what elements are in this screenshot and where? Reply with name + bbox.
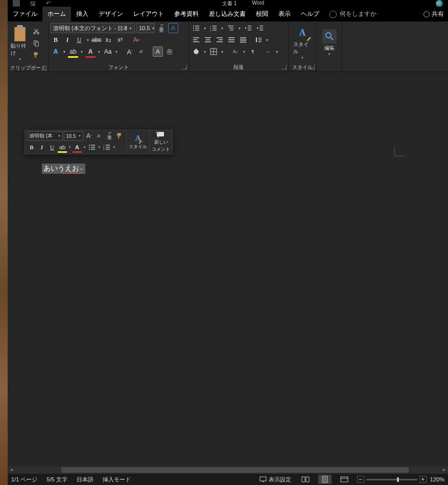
mini-underline[interactable]: U [48,143,57,152]
shading-dd[interactable]: ▼ [203,47,207,57]
mini-font-color-dd[interactable]: ▼ [83,146,86,149]
increase-indent-button[interactable] [255,23,265,33]
change-case-dd[interactable]: ▼ [114,47,119,57]
read-mode-button[interactable] [299,475,312,484]
zoom-value[interactable]: 120% [429,476,446,482]
mini-grow-font[interactable]: Aˆ [84,131,93,141]
highlight-button[interactable]: ab [68,47,78,57]
horizontal-scrollbar[interactable]: ◄ ► [8,466,448,474]
line-spacing-dd[interactable]: ▼ [265,35,269,45]
mini-bullets-dd[interactable]: ▼ [98,146,101,149]
qat-undo-icon[interactable]: ↶ [46,0,51,7]
text-effects-dd[interactable]: ▼ [62,47,66,57]
menu-home[interactable]: ホーム [42,7,71,21]
mini-highlight[interactable]: ab [58,143,67,152]
status-words[interactable]: 5/5 文字 [45,476,68,483]
underline-button[interactable]: U [74,35,84,45]
align-distribute-button[interactable] [238,35,248,45]
font-size-combo[interactable]: 10.5 ▼ [136,23,155,33]
clipboard-launcher[interactable] [41,65,46,71]
borders-dd[interactable]: ▼ [220,47,224,57]
menu-file[interactable]: ファイル [8,7,42,21]
align-right-button[interactable] [215,35,225,45]
char-width-dd[interactable]: ▼ [275,47,279,57]
numbering-button[interactable]: 123 [208,23,219,33]
text-effects-button[interactable]: A [51,47,61,57]
scroll-track[interactable] [15,467,440,473]
font-name-combo[interactable]: 游明朝 (本文のフォント - 日本語 ▼ [51,23,135,33]
qat-save-icon[interactable]: 🖫 [30,1,36,7]
shading-button[interactable] [191,47,201,57]
font-launcher[interactable] [182,64,187,70]
document-area[interactable]: 游明朝 (本▼ 10.5▼ Aˆ Aˇ ア 亜 B [8,72,448,466]
tell-me-box[interactable]: 何をしますか [324,7,382,21]
mini-ruby[interactable]: ア 亜 [105,131,114,141]
strike-button[interactable]: abc [91,35,102,45]
mini-bullets[interactable] [87,143,97,152]
borders-button[interactable] [208,47,219,57]
mini-numbering-dd[interactable]: ▼ [112,146,116,149]
selected-text[interactable]: あいうえお ↵ [42,164,85,174]
scroll-left-arrow[interactable]: ◄ [8,466,15,474]
mini-format-painter[interactable] [115,131,124,141]
style-launcher[interactable] [310,64,315,70]
line-spacing-button[interactable] [253,35,264,45]
share-button[interactable]: 共有 [419,7,448,21]
mini-shrink-font[interactable]: Aˇ [95,131,104,141]
change-case-button[interactable]: Aa [103,47,113,57]
font-color-dd[interactable]: ▼ [97,47,101,57]
menu-review[interactable]: 校閲 [251,7,273,21]
highlight-dd[interactable]: ▼ [80,47,84,57]
align-center-button[interactable] [203,35,213,45]
menu-view[interactable]: 表示 [273,7,296,21]
subscript-button[interactable]: x₂ [103,35,113,45]
menu-help[interactable]: ヘルプ [296,7,324,21]
cut-button[interactable] [31,27,41,37]
font-color-button[interactable]: A [85,47,96,57]
mini-numbering[interactable]: 123 [102,143,111,152]
ruby-button[interactable]: ア 亜 [156,23,167,33]
sort-dd[interactable]: ▼ [242,47,246,57]
bullets-dd[interactable]: ▼ [203,23,207,33]
char-shading-button[interactable]: A [153,47,163,57]
multilevel-button[interactable] [226,23,236,33]
align-justify-button[interactable] [226,35,237,45]
status-page[interactable]: 1/1 ページ [10,476,39,483]
italic-button[interactable]: I [62,35,73,45]
format-painter-button[interactable] [31,50,41,60]
status-mode[interactable]: 挿入モード [101,476,132,483]
bold-button[interactable]: B [51,35,61,45]
bullets-button[interactable] [191,23,201,33]
menu-mailings[interactable]: 差し込み文書 [204,7,251,21]
multilevel-dd[interactable]: ▼ [238,23,242,33]
underline-dd[interactable]: ▼ [86,35,90,45]
mini-italic[interactable]: I [37,143,46,152]
show-marks-button[interactable]: ¶ [248,47,258,57]
view-settings-button[interactable]: 表示設定 [258,476,293,483]
decrease-indent-button[interactable] [243,23,253,33]
styles-button[interactable]: A スタイル ▼ [292,23,313,62]
scroll-right-arrow[interactable]: ► [440,466,448,474]
mini-size-combo[interactable]: 10.5▼ [64,131,83,141]
status-language[interactable]: 日本語 [75,476,95,483]
mini-font-color[interactable]: A [73,143,82,152]
sort-button[interactable]: A↓ [230,47,241,57]
menu-references[interactable]: 参考資料 [169,7,204,21]
enclose-char-button[interactable]: ㊞ [164,47,175,57]
numbering-dd[interactable]: ▼ [220,23,224,33]
paste-button[interactable]: 貼り付け ▼ [10,23,30,63]
zoom-out-button[interactable]: − [357,476,364,483]
paragraph-launcher[interactable] [281,64,287,70]
copy-button[interactable] [31,38,41,49]
char-width-button[interactable]: ↔ [263,47,273,57]
menu-design[interactable]: デザイン [93,7,128,21]
grow-font-button[interactable]: Aˆ [125,47,135,57]
char-border-button[interactable]: A [168,23,178,33]
scroll-thumb[interactable] [61,467,409,473]
menu-layout[interactable]: レイアウト [128,7,169,21]
mini-bold[interactable]: B [27,143,36,152]
zoom-slider[interactable] [366,479,417,480]
align-left-button[interactable] [191,35,201,45]
menu-insert[interactable]: 挿入 [71,7,93,21]
web-layout-button[interactable] [338,475,351,484]
